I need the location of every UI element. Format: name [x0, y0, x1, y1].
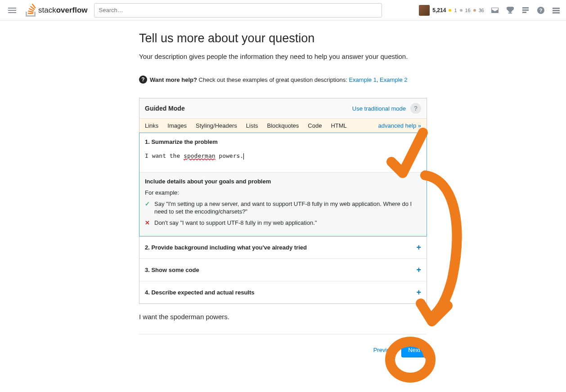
page-subtitle: Your description gives people the inform… — [139, 52, 427, 61]
help-line: ? Want more help? Check out these exampl… — [139, 76, 427, 84]
toolbar-html[interactable]: HTML — [331, 122, 346, 129]
example-2-link[interactable]: Example 2 — [380, 76, 407, 83]
topbar-right: 5,214 1 16 36 ? — [419, 5, 561, 16]
menu-icon[interactable] — [5, 5, 19, 16]
editor-box: Guided Mode Use traditional mode ? Links… — [139, 98, 427, 304]
guided-mode-label: Guided Mode — [145, 105, 185, 112]
bronze-badge-icon — [473, 9, 476, 12]
toolbar-lists[interactable]: Lists — [246, 122, 258, 129]
traditional-mode-link[interactable]: Use traditional mode — [352, 105, 406, 112]
help-circle-icon: ? — [139, 76, 147, 84]
svg-text:?: ? — [539, 8, 543, 13]
topbar: stackoverflow 5,214 1 16 36 ? — [0, 0, 566, 21]
step-2[interactable]: 2. Provide background including what you… — [139, 236, 427, 258]
mode-bar: Guided Mode Use traditional mode ? — [139, 98, 427, 119]
footer-nav: Previous Next — [139, 334, 427, 357]
problem-input[interactable]: I want the spoderman powers. — [145, 150, 421, 168]
review-icon[interactable] — [521, 6, 530, 14]
toolbar-blockquotes[interactable]: Blockquotes — [267, 122, 299, 129]
want-more-help: Want more help? — [150, 76, 197, 83]
check-icon: ✓ — [145, 200, 150, 216]
hint-bad: ✕Don't say "I want to support UTF-8 full… — [145, 219, 421, 227]
main-content: Tell us more about your question Your de… — [139, 21, 427, 368]
stackoverflow-icon — [25, 4, 36, 17]
step-4[interactable]: 4. Describe expected and actual results … — [139, 281, 427, 303]
achievements-icon[interactable] — [506, 6, 515, 14]
page-title: Tell us more about your question — [139, 31, 427, 45]
help-icon[interactable]: ? — [536, 6, 545, 14]
logo[interactable]: stackoverflow — [22, 4, 90, 17]
hints-title: Include details about your goals and pro… — [145, 178, 421, 185]
user-info[interactable]: 5,214 1 16 36 — [419, 5, 484, 16]
toolbar-images[interactable]: Images — [167, 122, 187, 129]
example-1-link[interactable]: Example 1 — [349, 76, 376, 83]
avatar — [419, 5, 430, 16]
cross-icon: ✕ — [145, 219, 150, 227]
next-button[interactable]: Next — [401, 343, 427, 357]
toolbar-styling[interactable]: Styling/Headers — [196, 122, 237, 129]
advanced-help-link[interactable]: advanced help » — [378, 122, 421, 129]
badges: 1 16 36 — [449, 8, 484, 13]
step-3[interactable]: 3. Show some code + — [139, 258, 427, 281]
reputation: 5,214 — [432, 7, 446, 13]
preview-text: I want the spoderman powers. — [139, 313, 427, 321]
toolbar-links[interactable]: Links — [145, 122, 158, 129]
hints-panel: Include details about your goals and pro… — [139, 172, 427, 236]
gold-badge-icon — [449, 9, 451, 12]
expand-icon: + — [416, 243, 421, 252]
toolbar-code[interactable]: Code — [308, 122, 322, 129]
logo-text: stackoverflow — [38, 6, 88, 15]
previous-link[interactable]: Previous — [373, 347, 396, 353]
hint-good: ✓Say "I'm setting up a new server, and w… — [145, 200, 421, 216]
editor-toolbar: Links Images Styling/Headers Lists Block… — [139, 119, 427, 133]
expand-icon: + — [416, 288, 421, 297]
site-switcher-icon[interactable] — [552, 6, 561, 14]
search-box — [94, 3, 382, 18]
mode-help-icon[interactable]: ? — [410, 103, 421, 114]
step-1-title: 1. Summarize the problem — [145, 138, 421, 145]
step-1: 1. Summarize the problem I want the spod… — [139, 133, 427, 236]
expand-icon: + — [416, 265, 421, 275]
search-input[interactable] — [94, 3, 382, 18]
hints-for-example: For example: — [145, 189, 421, 196]
inbox-icon[interactable] — [490, 6, 499, 14]
silver-badge-icon — [460, 9, 463, 12]
